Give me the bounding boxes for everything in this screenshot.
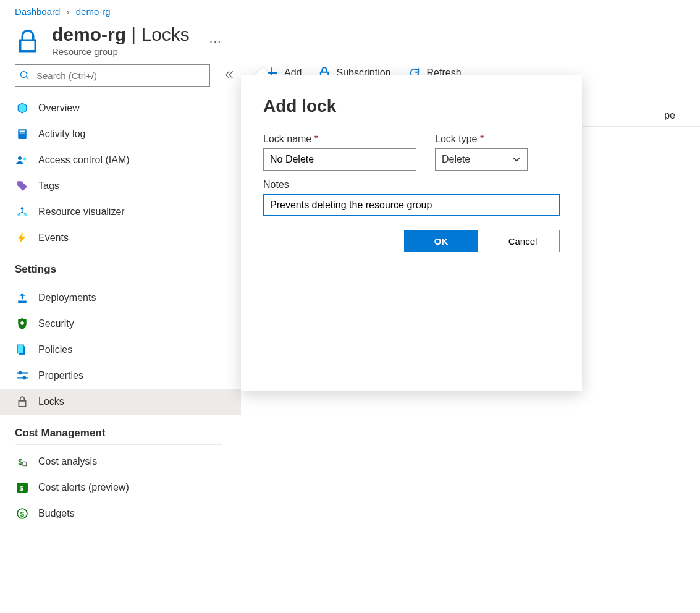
sidebar-item-cost-analysis[interactable]: $ Cost analysis (0, 449, 241, 475)
svg-text:$: $ (20, 510, 25, 518)
chevron-down-icon (512, 155, 521, 164)
more-button[interactable]: ··· (205, 32, 227, 51)
search-input[interactable] (15, 64, 210, 87)
sidebar-item-events[interactable]: Events (0, 225, 241, 251)
sidebar-item-label: Budgets (38, 508, 75, 519)
sidebar-heading-settings: Settings (15, 257, 222, 281)
sidebar-item-budgets[interactable]: $ Budgets (0, 501, 241, 526)
sidebar-item-label: Properties (38, 370, 83, 381)
lock-icon (16, 395, 28, 408)
cube-icon (16, 102, 28, 114)
breadcrumb-separator: › (67, 6, 70, 17)
chevron-double-left-icon (224, 69, 235, 80)
sidebar-item-label: Tags (38, 180, 59, 192)
table-column-scope-partial: pe (664, 110, 675, 121)
lock-name-label: Lock name * (263, 133, 416, 145)
cancel-button[interactable]: Cancel (486, 230, 560, 252)
svg-point-0 (21, 72, 27, 78)
sidebar-item-security[interactable]: Security (0, 311, 241, 337)
book-icon (16, 128, 28, 140)
people-icon (16, 154, 28, 166)
shield-icon (16, 318, 28, 330)
sidebar-item-overview[interactable]: Overview (0, 95, 241, 121)
lock-name-input[interactable] (263, 148, 416, 171)
sidebar-item-label: Cost analysis (38, 456, 97, 467)
sidebar-item-label: Overview (38, 103, 80, 114)
breadcrumb-link-resource[interactable]: demo-rg (76, 6, 111, 17)
sidebar-item-deployments[interactable]: Deployments (0, 285, 241, 311)
upload-icon (16, 292, 28, 304)
svg-point-15 (19, 371, 22, 375)
sidebar-item-resource-visualizer[interactable]: Resource visualizer (0, 199, 241, 225)
sliders-icon (16, 370, 28, 382)
dialog-title: Add lock (263, 96, 560, 116)
page-subtitle: Resource group (52, 46, 190, 57)
svg-point-7 (21, 207, 24, 210)
sidebar-item-label: Policies (38, 344, 72, 355)
page-header: demo-rg | Locks Resource group ··· (0, 20, 700, 64)
lock-type-select[interactable]: Delete (435, 148, 528, 171)
add-lock-dialog: Add lock Lock name * Lock type * Delete (241, 75, 582, 391)
dollar-circle-icon: $ (16, 507, 28, 520)
search-wrapper (15, 64, 210, 87)
svg-point-10 (20, 321, 24, 325)
lock-type-label: Lock type * (435, 133, 528, 145)
svg-point-6 (23, 158, 27, 161)
sidebar-item-label: Events (38, 232, 69, 243)
sidebar-item-cost-alerts[interactable]: $ Cost alerts (preview) (0, 475, 241, 501)
svg-rect-3 (20, 130, 25, 132)
document-stack-icon (16, 344, 28, 356)
collapse-sidebar-button[interactable] (221, 67, 237, 85)
ok-button[interactable]: OK (404, 230, 478, 252)
sidebar-item-policies[interactable]: Policies (0, 337, 241, 363)
sidebar-item-label: Deployments (38, 292, 96, 303)
sidebar-heading-cost: Cost Management (15, 421, 222, 445)
dollar-card-icon: $ (16, 481, 28, 494)
sidebar-item-label: Resource visualizer (38, 206, 125, 218)
lightning-icon (16, 232, 28, 244)
tag-icon (16, 180, 28, 192)
svg-line-1 (26, 77, 28, 79)
sidebar-item-activity-log[interactable]: Activity log (0, 121, 241, 147)
sidebar-item-locks[interactable]: Locks (0, 389, 241, 415)
sidebar-item-label: Activity log (38, 129, 85, 140)
sidebar-item-label: Access control (IAM) (38, 154, 130, 166)
notes-input[interactable] (263, 194, 560, 216)
svg-text:$: $ (20, 484, 24, 492)
svg-rect-4 (20, 133, 25, 134)
hierarchy-icon (16, 206, 28, 218)
sidebar: Overview Activity log Access control (IA… (0, 64, 241, 533)
svg-line-19 (26, 465, 27, 467)
sidebar-item-label: Cost alerts (preview) (38, 482, 129, 493)
lock-icon (15, 28, 41, 54)
search-icon (20, 70, 30, 80)
notes-label: Notes (263, 179, 560, 190)
svg-point-5 (18, 156, 22, 160)
breadcrumb-link-dashboard[interactable]: Dashboard (15, 6, 60, 17)
dollar-search-icon: $ (16, 455, 28, 468)
main-content: Add Subscription Refresh pe Add lock (241, 64, 700, 533)
sidebar-item-tags[interactable]: Tags (0, 173, 241, 199)
sidebar-item-label: Security (38, 318, 74, 329)
lock-type-value: Delete (442, 154, 470, 165)
svg-rect-12 (17, 345, 23, 353)
svg-point-16 (23, 376, 27, 380)
sidebar-item-properties[interactable]: Properties (0, 363, 241, 389)
breadcrumb: Dashboard › demo-rg (0, 0, 700, 20)
sidebar-item-access-control[interactable]: Access control (IAM) (0, 147, 241, 173)
sidebar-item-label: Locks (38, 396, 64, 407)
page-title: demo-rg | Locks (52, 25, 190, 44)
